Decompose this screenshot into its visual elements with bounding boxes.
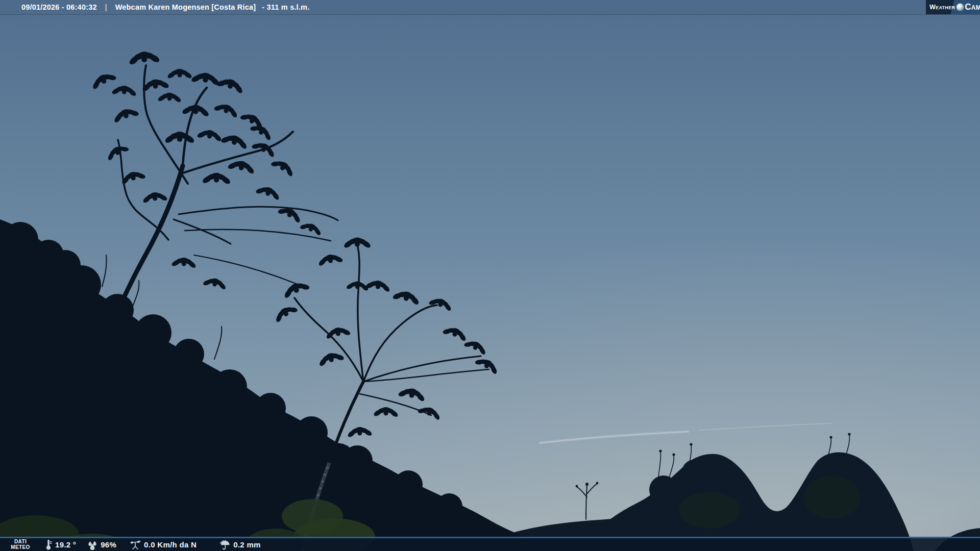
temperature-metric: 19.2 ° — [45, 539, 76, 550]
logo-weather-text: Weather — [929, 4, 955, 11]
temperature-value: 19.2 ° — [55, 540, 76, 549]
weather-data-bar: DATI METEO 19.2 ° 96% — [0, 537, 980, 551]
logo-cam-text: Cam — [965, 2, 980, 12]
caption-separator: | — [105, 3, 107, 11]
rain-value: 0.2 mm — [233, 540, 261, 549]
anemometer-icon — [130, 540, 141, 550]
vignette — [0, 0, 980, 551]
dati-meteo-label: DATI METEO — [0, 539, 41, 550]
humidity-value: 96% — [101, 540, 116, 549]
rain-umbrella-icon — [220, 540, 230, 550]
top-info-bar: 09/01/2026 - 06:40:32 | Webcam Karen Mog… — [0, 0, 980, 14]
humidity-metric: 96% — [87, 540, 116, 550]
dati-line2: METEO — [0, 545, 41, 550]
datetime-text: 09/01/2026 - 06:40:32 — [21, 3, 97, 11]
rain-metric: 0.2 mm — [220, 540, 261, 550]
webcam-caption: 09/01/2026 - 06:40:32 | Webcam Karen Mog… — [0, 3, 309, 11]
wind-value: 0.0 Km/h da N — [144, 540, 197, 549]
wind-metric: 0.0 Km/h da N — [130, 540, 197, 550]
dati-line1: DATI — [0, 539, 41, 545]
weathercam-logo[interactable]: Weather Cam — [926, 0, 980, 14]
webcam-viewport: 09/01/2026 - 06:40:32 | Webcam Karen Mog… — [0, 0, 980, 551]
webcam-title: Webcam Karen Mogensen [Costa Rica] — [115, 3, 256, 11]
humidity-drops-icon — [87, 540, 97, 550]
thermometer-icon — [45, 539, 52, 550]
altitude-text: - 311 m s.l.m. — [262, 3, 309, 11]
webcam-photo — [0, 0, 980, 551]
